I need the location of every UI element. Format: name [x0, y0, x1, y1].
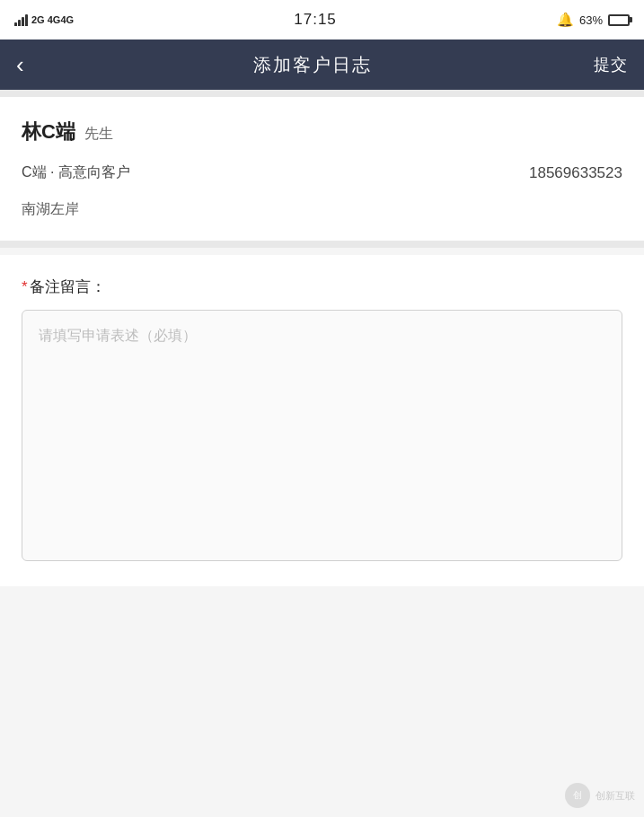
bell-icon: 🔔 — [557, 12, 574, 28]
customer-name-row: 林C端 先生 — [22, 119, 622, 145]
nav-bar: ‹ 添加客户日志 提交 — [0, 40, 644, 90]
top-divider — [0, 90, 644, 97]
customer-type: C端 · 高意向客户 — [22, 163, 130, 182]
status-bar: 2G 4G4G 17:15 🔔 63% — [0, 0, 644, 40]
page-title: 添加客户日志 — [253, 53, 372, 77]
battery-icon — [608, 14, 630, 26]
submit-button[interactable]: 提交 — [594, 54, 628, 75]
customer-name: 林C端 — [22, 119, 75, 145]
network-label: 2G 4G4G — [31, 14, 74, 25]
form-section: *备注留言： — [0, 255, 644, 586]
back-button[interactable]: ‹ — [16, 49, 31, 80]
customer-title: 先生 — [84, 125, 113, 144]
battery-area: 🔔 63% — [557, 12, 630, 28]
customer-phone: 18569633523 — [529, 164, 622, 182]
required-star: * — [22, 278, 28, 295]
customer-address: 南湖左岸 — [22, 200, 622, 219]
signal-area: 2G 4G4G — [14, 13, 74, 26]
customer-info-row: C端 · 高意向客户 18569633523 — [22, 163, 622, 182]
signal-icon — [14, 13, 28, 26]
customer-card: 林C端 先生 C端 · 高意向客户 18569633523 南湖左岸 — [0, 97, 644, 241]
battery-percent: 63% — [579, 13, 603, 27]
notes-textarea[interactable] — [22, 310, 622, 561]
watermark-text: 创新互联 — [595, 789, 635, 803]
watermark: 创 创新互联 — [565, 783, 635, 808]
middle-divider — [0, 241, 644, 248]
watermark-logo: 创 — [565, 783, 590, 808]
form-label: *备注留言： — [22, 277, 622, 297]
status-time: 17:15 — [294, 11, 337, 29]
